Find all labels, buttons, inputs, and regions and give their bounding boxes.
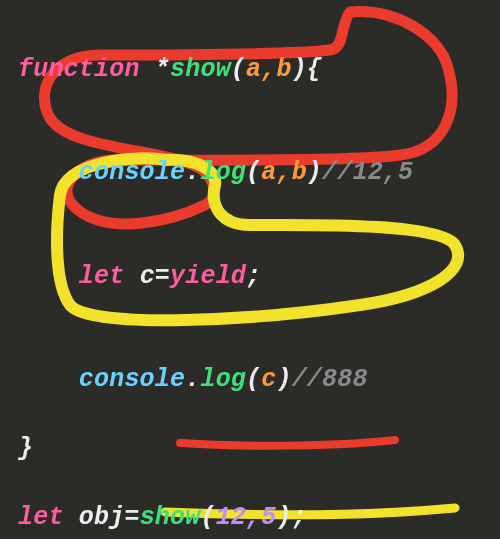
equals: = [124, 503, 139, 532]
dot: . [185, 365, 200, 394]
var-obj: obj [79, 503, 125, 532]
params-ab: a,b [246, 55, 292, 84]
console-obj: console [79, 158, 185, 187]
paren-open: ( [200, 503, 215, 532]
code-line-5: } [18, 432, 494, 467]
semicolon: ; [292, 503, 307, 532]
args-c: c [261, 365, 276, 394]
paren-open: ( [246, 158, 261, 187]
code-line-6: let obj=show(12,5); [18, 501, 494, 536]
fn-name-show: show [170, 55, 231, 84]
paren-close: ) [276, 503, 291, 532]
paren-close: ) [276, 365, 291, 394]
var-c: c [140, 262, 155, 291]
comment-888: //888 [292, 365, 368, 394]
code-line-1: function *show(a,b){ [18, 53, 494, 88]
keyword-let: let [18, 503, 64, 532]
keyword-yield: yield [170, 262, 246, 291]
log-method: log [200, 365, 246, 394]
equals: = [155, 262, 170, 291]
code-line-3: let c=yield; [18, 260, 494, 295]
semicolon: ; [246, 262, 261, 291]
paren-close: ) [292, 55, 307, 84]
comment-125: //12,5 [322, 158, 413, 187]
paren-open: ( [246, 365, 261, 394]
args-ab: a,b [261, 158, 307, 187]
brace-open: { [307, 55, 322, 84]
paren-close: ) [307, 158, 322, 187]
brace-close: } [18, 434, 33, 463]
args-125: 12,5 [216, 503, 277, 532]
dot: . [185, 158, 200, 187]
code-block: function *show(a,b){ console.log(a,b)//1… [0, 0, 500, 539]
keyword-function: function [18, 55, 140, 84]
log-method: log [200, 158, 246, 187]
fn-call-show: show [140, 503, 201, 532]
generator-star: * [155, 55, 170, 84]
code-line-4: console.log(c)//888 [18, 363, 494, 398]
keyword-let: let [79, 262, 125, 291]
paren-open: ( [231, 55, 246, 84]
code-line-2: console.log(a,b)//12,5 [18, 156, 494, 191]
console-obj: console [79, 365, 185, 394]
